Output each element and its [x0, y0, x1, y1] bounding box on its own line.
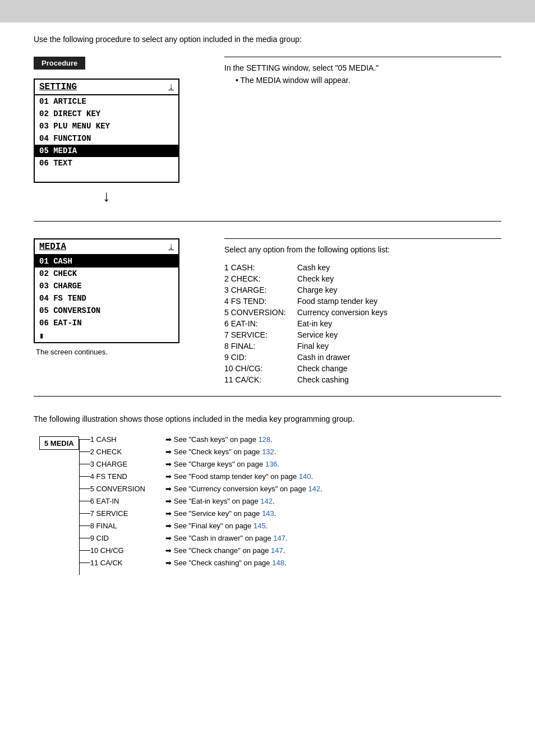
- setting-item-1: 01 ARTICLE: [35, 95, 178, 108]
- branch-arrow-11: ➡: [165, 559, 172, 567]
- intro-text: Use the following procedure to select an…: [34, 34, 501, 45]
- tree-connector: [79, 433, 90, 569]
- branch-link-9: See "Cash in drawer" on page 147.: [174, 534, 288, 542]
- branch-8: 8 FINAL ➡ See "Final key" on page 145.: [90, 519, 322, 532]
- branch-label-3: 3 CHARGE: [90, 460, 163, 468]
- tree-container: 5 MEDIA: [39, 433, 501, 569]
- setting-title: SETTING ↓: [35, 80, 178, 95]
- media-item-3: 03 CHARGE: [35, 280, 178, 292]
- opt-5-val: Currency conversion keys: [297, 307, 501, 317]
- opt-8-key: 8 FINAL:: [224, 341, 297, 351]
- step2-instruction: Select any option from the following opt…: [224, 238, 501, 256]
- media-item-6: 06 EAT-IN: [35, 317, 178, 329]
- tree-root-box: 5 MEDIA: [39, 436, 79, 450]
- opt-10-key: 10 CH/CG:: [224, 363, 297, 374]
- opt-1-val: Cash key: [297, 262, 501, 273]
- branch-label-9: 9 CID: [90, 534, 163, 542]
- branch-6: 6 EAT-IN ➡ See "Eat-in keys" on page 142…: [90, 495, 322, 507]
- branch-label-1: 1 CASH: [90, 435, 163, 444]
- branch-1: 1 CASH ➡ See "Cash keys" on page 128.: [90, 433, 322, 445]
- opt-7-key: 7 SERVICE:: [224, 330, 297, 340]
- procedure-badge: Procedure: [34, 57, 85, 70]
- branch-label-5: 5 CONVERSION: [90, 485, 163, 493]
- tree-branches: 1 CASH ➡ See "Cash keys" on page 128. 2 …: [79, 433, 322, 569]
- branch-link-1: See "Cash keys" on page 128.: [174, 435, 273, 444]
- setting-item-4: 04 FUNCTION: [35, 132, 178, 145]
- setting-item-5: 05 MEDIA: [35, 145, 178, 157]
- step1-instruction: In the SETTING window, select "05 MEDIA.…: [224, 57, 501, 87]
- illustration-intro: The following illustration shows those o…: [34, 413, 501, 425]
- media-item-cursor: ▮: [35, 329, 178, 342]
- setting-item-6: 06 TEXT: [35, 157, 178, 169]
- opt-11-key: 11 CA/CK:: [224, 375, 297, 385]
- branch-label-11: 11 CA/CK: [90, 559, 163, 567]
- options-table: 1 CASH: Cash key 2 CHECK: Check key 3 CH…: [224, 262, 501, 385]
- branch-arrow-7: ➡: [165, 509, 172, 518]
- branch-link-7: See "Service key" on page 143.: [174, 509, 276, 518]
- media-window: MEDIA ↓ 01 CASH 02 CHECK 03 CHARGE 04 FS…: [34, 238, 179, 343]
- branch-9: 9 CID ➡ See "Cash in drawer" on page 147…: [90, 532, 322, 544]
- opt-1-key: 1 CASH:: [224, 262, 297, 273]
- illustration-section: The following illustration shows those o…: [34, 413, 501, 569]
- opt-2-key: 2 CHECK:: [224, 274, 297, 284]
- branch-arrow-1: ➡: [165, 435, 172, 444]
- branch-arrow-3: ➡: [165, 460, 172, 468]
- opt-2-val: Check key: [297, 274, 501, 284]
- opt-9-val: Cash in drawer: [297, 352, 501, 362]
- branch-label-8: 8 FINAL: [90, 522, 163, 530]
- branch-arrow-2: ➡: [165, 448, 172, 456]
- branch-7: 7 SERVICE ➡ See "Service key" on page 14…: [90, 507, 322, 519]
- branch-link-11: See "Check cashing" on page 148.: [174, 559, 287, 567]
- media-section: MEDIA ↓ 01 CASH 02 CHECK 03 CHARGE 04 FS…: [34, 238, 501, 397]
- tree-vertical-line: [79, 439, 90, 575]
- setting-item-empty: [35, 169, 178, 182]
- media-title: MEDIA ↓: [35, 239, 178, 255]
- opt-11-val: Check cashing: [297, 375, 501, 385]
- opt-3-val: Charge key: [297, 285, 501, 295]
- setting-window: SETTING ↓ 01 ARTICLE 02 DIRECT KEY 03 PL…: [34, 79, 179, 183]
- branch-link-5: See "Currency conversion keys" on page 1…: [174, 485, 322, 493]
- branch-11: 11 CA/CK ➡ See "Check cashing" on page 1…: [90, 556, 322, 569]
- arrow-down-1: ↓: [34, 188, 179, 204]
- opt-6-val: Eat-in key: [297, 319, 501, 329]
- branch-4: 4 FS TEND ➡ See "Food stamp tender key" …: [90, 470, 322, 482]
- screen-continues: The screen continues.: [36, 348, 202, 356]
- opt-3-key: 3 CHARGE:: [224, 285, 297, 295]
- branch-5: 5 CONVERSION ➡ See "Currency conversion …: [90, 482, 322, 495]
- branch-link-10: See "Check change" on page 147.: [174, 546, 285, 555]
- branch-10: 10 CH/CG ➡ See "Check change" on page 14…: [90, 544, 322, 556]
- branch-label-7: 7 SERVICE: [90, 509, 163, 518]
- branch-arrow-10: ➡: [165, 546, 172, 555]
- branch-arrow-8: ➡: [165, 522, 172, 530]
- branch-link-4: See "Food stamp tender key" on page 140.: [174, 472, 313, 481]
- opt-5-key: 5 CONVERSION:: [224, 307, 297, 317]
- branch-label-6: 6 EAT-IN: [90, 497, 163, 505]
- opt-4-key: 4 FS TEND:: [224, 296, 297, 306]
- opt-8-val: Final key: [297, 341, 501, 351]
- procedure-left: Procedure SETTING ↓ 01 ARTICLE 02 DIRECT…: [34, 57, 202, 210]
- page-header: [0, 0, 535, 22]
- media-item-1: 01 CASH: [35, 255, 178, 268]
- opt-10-val: Check change: [297, 363, 501, 374]
- opt-6-key: 6 EAT-IN:: [224, 319, 297, 329]
- branch-arrow-4: ➡: [165, 472, 172, 481]
- branch-labels: 1 CASH ➡ See "Cash keys" on page 128. 2 …: [90, 433, 322, 569]
- branch-link-8: See "Final key" on page 145.: [174, 522, 268, 530]
- procedure-section: Procedure SETTING ↓ 01 ARTICLE 02 DIRECT…: [34, 57, 501, 222]
- media-right: Select any option from the following opt…: [224, 238, 501, 385]
- branch-arrow-9: ➡: [165, 534, 172, 542]
- opt-7-val: Service key: [297, 330, 501, 340]
- media-left: MEDIA ↓ 01 CASH 02 CHECK 03 CHARGE 04 FS…: [34, 238, 202, 385]
- opt-9-key: 9 CID:: [224, 352, 297, 362]
- opt-4-val: Food stamp tender key: [297, 296, 501, 306]
- branch-label-10: 10 CH/CG: [90, 546, 163, 555]
- branch-arrow-5: ➡: [165, 485, 172, 493]
- media-item-4: 04 FS TEND: [35, 292, 178, 305]
- procedure-right: In the SETTING window, select "05 MEDIA.…: [224, 57, 501, 210]
- branch-label-4: 4 FS TEND: [90, 472, 163, 481]
- media-item-5: 05 CONVERSION: [35, 305, 178, 317]
- branch-link-3: See "Charge keys" on page 136.: [174, 460, 280, 468]
- branch-link-6: See "Eat-in keys" on page 142.: [174, 497, 275, 505]
- branch-3: 3 CHARGE ➡ See "Charge keys" on page 136…: [90, 458, 322, 470]
- setting-item-2: 02 DIRECT KEY: [35, 108, 178, 120]
